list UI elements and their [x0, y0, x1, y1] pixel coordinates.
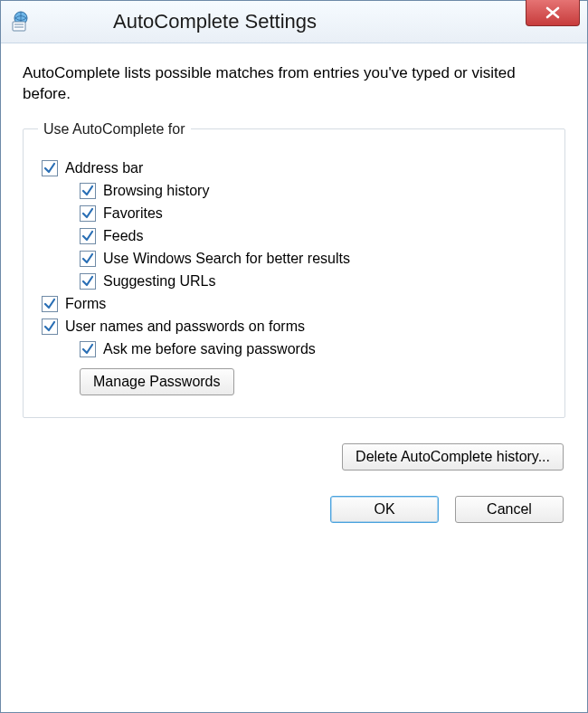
cancel-button[interactable]: Cancel	[455, 496, 564, 523]
intro-text: AutoComplete lists possible matches from…	[23, 63, 565, 105]
option-address-bar: Address bar	[42, 160, 550, 176]
option-userpass: User names and passwords on forms	[42, 318, 550, 335]
option-feeds: Feeds	[80, 228, 550, 244]
close-icon	[545, 6, 561, 19]
checkbox-windows-search[interactable]	[80, 251, 96, 267]
checkbox-userpass[interactable]	[42, 318, 58, 335]
label-forms: Forms	[65, 296, 106, 312]
svg-rect-1	[13, 22, 25, 31]
option-browsing-history: Browsing history	[80, 183, 550, 199]
label-ask-before-save: Ask me before saving passwords	[103, 341, 316, 357]
use-autocomplete-for-group: Use AutoComplete for Address bar Browsin…	[23, 121, 565, 418]
internet-options-icon	[10, 11, 32, 33]
option-windows-search: Use Windows Search for better results	[80, 251, 550, 267]
label-windows-search: Use Windows Search for better results	[103, 251, 350, 267]
option-favorites: Favorites	[80, 205, 550, 222]
ok-button[interactable]: OK	[330, 496, 439, 523]
checkbox-browsing-history[interactable]	[80, 183, 96, 199]
manage-passwords-button[interactable]: Manage Passwords	[80, 368, 234, 395]
manage-passwords-row: Manage Passwords	[80, 368, 550, 395]
group-legend: Use AutoComplete for	[38, 121, 191, 138]
option-ask-before-save: Ask me before saving passwords	[80, 341, 550, 357]
checkbox-address-bar[interactable]	[42, 160, 58, 176]
label-suggest-urls: Suggesting URLs	[103, 273, 216, 290]
autocomplete-settings-window: AutoComplete Settings AutoComplete lists…	[0, 0, 588, 713]
checkbox-ask-before-save[interactable]	[80, 341, 96, 357]
checkbox-feeds[interactable]	[80, 228, 96, 244]
label-userpass: User names and passwords on forms	[65, 318, 305, 335]
checkbox-suggest-urls[interactable]	[80, 273, 96, 290]
window-title: AutoComplete Settings	[113, 10, 317, 33]
label-browsing-history: Browsing history	[103, 183, 209, 199]
close-button[interactable]	[526, 0, 580, 26]
delete-history-row: Delete AutoComplete history...	[23, 443, 565, 471]
checkbox-favorites[interactable]	[80, 205, 96, 222]
dialog-footer: OK Cancel	[23, 496, 565, 523]
titlebar: AutoComplete Settings	[1, 1, 587, 43]
option-suggest-urls: Suggesting URLs	[80, 273, 550, 290]
client-area: AutoComplete lists possible matches from…	[1, 43, 587, 712]
option-forms: Forms	[42, 296, 550, 312]
label-feeds: Feeds	[103, 228, 143, 244]
label-address-bar: Address bar	[65, 160, 143, 176]
label-favorites: Favorites	[103, 205, 163, 222]
checkbox-forms[interactable]	[42, 296, 58, 312]
delete-autocomplete-history-button[interactable]: Delete AutoComplete history...	[342, 443, 564, 471]
